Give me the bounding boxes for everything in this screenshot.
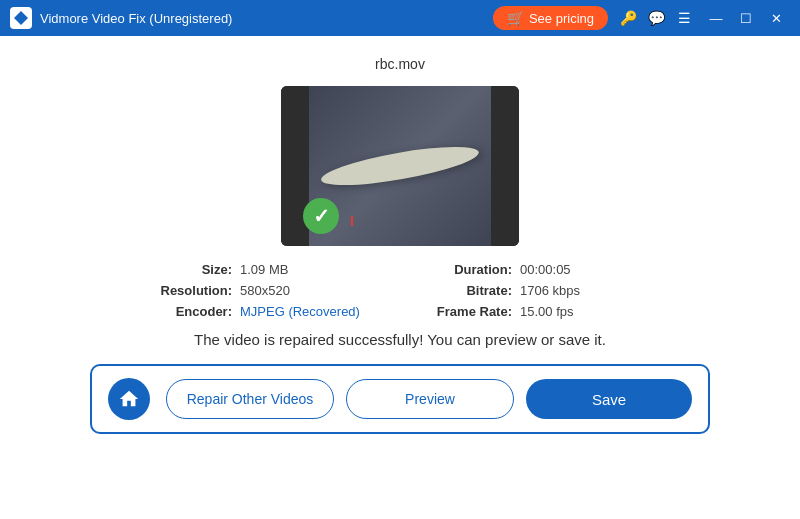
repair-other-button[interactable]: Repair Other Videos [166,379,334,419]
success-badge: ✓ [303,198,339,234]
app-logo-icon [14,11,28,25]
app-logo [10,7,32,29]
cursor-indicator [347,216,357,226]
encoder-value: MJPEG (Recovered) [240,304,400,319]
size-value: 1.09 MB [240,262,400,277]
encoder-label: Encoder: [120,304,240,319]
maximize-button[interactable]: ☐ [732,4,760,32]
pricing-label: See pricing [529,11,594,26]
resolution-value: 580x520 [240,283,400,298]
video-preview: ✓ [281,86,519,246]
chat-icon[interactable]: 💬 [646,8,666,28]
title-bar: Vidmore Video Fix (Unregistered) 🛒 See p… [0,0,800,36]
save-label: Save [592,391,626,408]
bitrate-label: Bitrate: [400,283,520,298]
home-button[interactable] [108,378,150,420]
checkmark-icon: ✓ [313,206,330,226]
filename: rbc.mov [375,56,425,72]
success-message: The video is repaired successfully! You … [194,331,606,348]
title-bar-icons: 🔑 💬 ☰ [618,8,694,28]
duration-value: 00:00:05 [520,262,680,277]
window-controls: — ☐ ✕ [702,4,790,32]
preview-label: Preview [405,391,455,407]
menu-icon[interactable]: ☰ [674,8,694,28]
framerate-label: Frame Rate: [400,304,520,319]
bitrate-value: 1706 kbps [520,283,680,298]
blob-shape [319,139,481,193]
size-label: Size: [120,262,240,277]
app-title: Vidmore Video Fix (Unregistered) [40,11,493,26]
duration-label: Duration: [400,262,520,277]
main-content: rbc.mov ✓ Size: 1.09 MB Duration: 00:00:… [0,36,800,519]
close-button[interactable]: ✕ [762,4,790,32]
file-info: Size: 1.09 MB Duration: 00:00:05 Resolut… [120,262,680,319]
save-button[interactable]: Save [526,379,692,419]
repair-other-label: Repair Other Videos [187,391,314,407]
framerate-value: 15.00 fps [520,304,680,319]
key-icon[interactable]: 🔑 [618,8,638,28]
resolution-label: Resolution: [120,283,240,298]
video-background: ✓ [281,86,519,246]
cart-icon: 🛒 [507,10,524,26]
action-area: Repair Other Videos Preview Save [90,364,710,434]
preview-button[interactable]: Preview [346,379,514,419]
minimize-button[interactable]: — [702,4,730,32]
home-icon [118,388,140,410]
see-pricing-button[interactable]: 🛒 See pricing [493,6,608,30]
